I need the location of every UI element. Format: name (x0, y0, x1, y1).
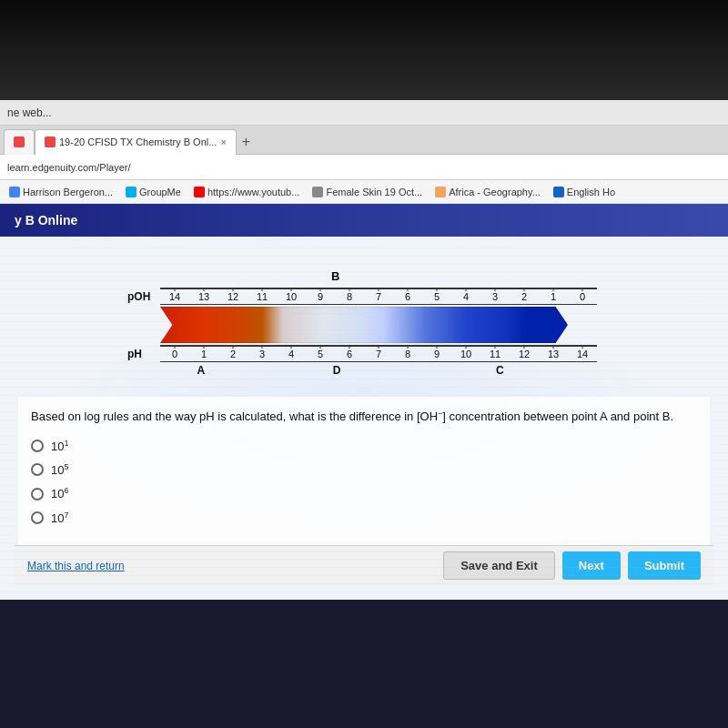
bookmark-label-harrison: Harrison Bergeron... (23, 187, 113, 197)
poh-num-12: 12 (218, 291, 248, 302)
bookmark-label-female: Female Skin 19 Oct... (326, 187, 422, 197)
bookmark-label-english: English Ho (567, 187, 615, 197)
bookmark-icon-groupme (126, 187, 136, 197)
choice-text-2: 105 (51, 462, 68, 477)
poh-num-13: 13 (189, 291, 218, 302)
ph-num-9: 9 (422, 349, 451, 359)
tab-bar: 19-20 CFISD TX Chemistry B Onl... × + (0, 126, 728, 155)
poh-label: pOH (127, 290, 160, 303)
choice-text-3: 106 (51, 486, 68, 500)
bookmark-label-groupme: GroupMe (139, 187, 181, 197)
content-area: B pOH 14131211109876543210 pH 0123456789… (0, 237, 728, 600)
tab-active[interactable]: 19-20 CFISD TX Chemistry B Onl... × (35, 129, 237, 155)
bookmark-harrison[interactable]: Harrison Bergeron... (5, 185, 116, 199)
ph-scale-section: B pOH 14131211109876543210 pH 0123456789… (15, 251, 713, 386)
bookmark-female[interactable]: Female Skin 19 Oct... (308, 185, 426, 199)
bookmark-youtube[interactable]: https://www.youtub... (190, 185, 304, 199)
poh-num-8: 8 (335, 291, 364, 302)
ph-num-0: 0 (160, 349, 189, 359)
tab-label: 19-20 CFISD TX Chemistry B Onl... (59, 136, 217, 147)
question-section: Based on log rules and the way pH is cal… (18, 397, 710, 545)
poh-num-6: 6 (393, 291, 422, 302)
ph-num-11: 11 (480, 349, 510, 359)
point-label-D: D (323, 364, 350, 377)
ph-num-6: 6 (335, 349, 364, 359)
poh-num-11: 11 (248, 291, 277, 302)
choice-text-4: 107 (51, 511, 68, 525)
ph-num-1: 1 (189, 349, 218, 359)
radio-1[interactable] (31, 440, 44, 452)
url-text: learn.edgenuity.com/Player/ (7, 162, 131, 173)
question-text: Based on log rules and the way pH is cal… (31, 408, 697, 426)
point-b-label: B (331, 269, 339, 283)
ph-num-13: 13 (539, 349, 568, 359)
poh-num-7: 7 (364, 291, 393, 302)
tab-icon-active (45, 136, 56, 147)
tab-icon-inactive (14, 136, 25, 147)
poh-num-9: 9 (306, 291, 335, 302)
action-buttons: Save and Exit Next Submit (443, 551, 701, 580)
browser-chrome: ne web... 19-20 CFISD TX Chemistry B Onl… (0, 100, 728, 204)
ph-num-12: 12 (510, 349, 539, 359)
ph-numbers: 01234567891011121314 (160, 345, 597, 362)
ph-num-14: 14 (568, 349, 597, 359)
new-tab-button[interactable]: + (237, 134, 256, 150)
ph-num-5: 5 (306, 349, 335, 359)
mark-return-button[interactable]: Mark this and return (27, 560, 125, 572)
app-title: y B Online (15, 213, 77, 228)
scale-container: B pOH 14131211109876543210 pH 0123456789… (127, 269, 601, 377)
radio-4[interactable] (31, 511, 44, 524)
poh-row: pOH 14131211109876543210 (127, 288, 601, 305)
poh-num-0: 0 (568, 291, 597, 302)
bookmark-label-africa: Africa - Geography... (449, 187, 541, 197)
next-button[interactable]: Next (562, 551, 621, 580)
poh-num-1: 1 (539, 291, 568, 302)
ph-num-3: 3 (248, 349, 277, 359)
answer-choice-1[interactable]: 101 (31, 439, 697, 453)
ph-num-8: 8 (393, 349, 422, 359)
point-labels-row: ADC (160, 364, 568, 377)
bottom-bar: Mark this and return Save and Exit Next … (15, 545, 713, 585)
ph-num-4: 4 (277, 349, 306, 359)
tab-close-button[interactable]: × (220, 136, 226, 147)
radio-2[interactable] (31, 463, 44, 476)
url-bar[interactable]: learn.edgenuity.com/Player/ (0, 155, 728, 180)
tab-inactive[interactable] (4, 129, 35, 155)
browser-search-bar: ne web... (0, 100, 728, 126)
poh-num-3: 3 (480, 291, 510, 302)
bookmark-label-youtube: https://www.youtub... (207, 187, 300, 197)
ph-color-bar (160, 307, 568, 343)
point-label-C: C (486, 364, 513, 377)
ph-num-7: 7 (364, 349, 393, 359)
save-exit-button[interactable]: Save and Exit (443, 551, 555, 580)
ph-num-10: 10 (451, 349, 480, 359)
edgenuity-app: y B Online B pOH 14131211109876543210 (0, 204, 728, 600)
bookmark-groupme[interactable]: GroupMe (122, 185, 185, 199)
poh-num-14: 14 (160, 291, 189, 302)
poh-numbers: 14131211109876543210 (160, 288, 597, 305)
browser-search-text: ne web... (7, 106, 52, 119)
app-header: y B Online (0, 204, 728, 237)
poh-num-10: 10 (277, 291, 306, 302)
bookmark-icon-youtube (194, 187, 205, 197)
bookmark-english[interactable]: English Ho (550, 185, 619, 199)
answer-choice-2[interactable]: 105 (31, 462, 697, 477)
answer-choice-4[interactable]: 107 (31, 511, 697, 525)
radio-3[interactable] (31, 488, 44, 500)
bookmark-icon-english (553, 187, 564, 197)
camera-overlay (0, 0, 728, 100)
poh-num-2: 2 (510, 291, 539, 302)
poh-num-4: 4 (451, 291, 480, 302)
point-label-A: A (187, 364, 215, 377)
ph-label: pH (127, 348, 160, 360)
bookmark-africa[interactable]: Africa - Geography... (431, 185, 544, 199)
answer-choice-3[interactable]: 106 (31, 486, 697, 500)
bookmark-icon-africa (435, 187, 446, 197)
bookmarks-bar: Harrison Bergeron... GroupMe https://www… (0, 180, 728, 204)
choice-text-1: 101 (51, 439, 68, 453)
submit-button[interactable]: Submit (628, 551, 701, 580)
bookmark-icon-female (312, 187, 323, 197)
poh-num-5: 5 (422, 291, 451, 302)
ph-num-2: 2 (218, 349, 248, 359)
ph-row: pH 01234567891011121314 (127, 345, 601, 362)
